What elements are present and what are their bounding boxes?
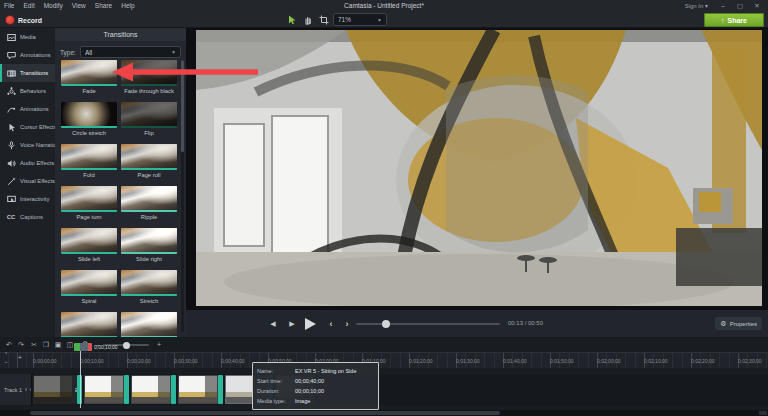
transition-thumbnail[interactable] [121, 270, 177, 296]
track-header[interactable]: Track 1 [0, 374, 32, 405]
transition-slide-left[interactable]: Slide left [61, 228, 117, 262]
transition-fade[interactable]: Fade [61, 60, 117, 94]
sidebar-item-annotations[interactable]: Annotations [0, 46, 55, 64]
previous-frame-button[interactable]: ◀ [266, 317, 280, 330]
sidebar-item-cursor-effects[interactable]: Cursor Effects [0, 118, 55, 136]
transition-joint[interactable] [218, 375, 223, 404]
transition-joint[interactable] [124, 375, 129, 404]
sidebar-item-voice-narration[interactable]: Voice Narration [0, 136, 55, 154]
timeline-ruler[interactable]: 0;00;00;00 0;00;10;00 0;00;20;00 0;00;30… [0, 352, 768, 368]
next-frame-button[interactable]: ▶ [285, 317, 299, 330]
transition-thumbnail[interactable] [121, 312, 177, 337]
transition-thumbnail[interactable] [61, 228, 117, 254]
canvas-zoom-dropdown[interactable]: 71% ▼ [333, 13, 387, 26]
timeline-clip-1[interactable]: EX VR 5 [33, 375, 77, 404]
magic-wand-icon [6, 176, 16, 186]
top-toolbar: Record 71% ▼ ↑ Share [0, 11, 768, 28]
ruler-tick: 0;01;40;00 [503, 358, 527, 364]
menu-file[interactable]: File [4, 2, 14, 9]
transition-thumb-partial[interactable] [61, 312, 117, 337]
cut-button[interactable]: ✂ [28, 338, 40, 351]
crop-tool[interactable] [317, 13, 330, 26]
timeline-horizontal-scrollbar[interactable] [0, 410, 768, 416]
transition-thumbnail[interactable] [61, 60, 117, 86]
close-button[interactable]: ✕ [750, 0, 764, 11]
transition-thumb-partial[interactable] [121, 312, 177, 337]
tooltip-name-value: EX VR 5 - Sitting on Side [295, 366, 374, 376]
add-track-button[interactable]: + [18, 354, 22, 361]
transition-thumbnail[interactable] [61, 144, 117, 170]
transition-thumbnail[interactable] [61, 186, 117, 212]
timeline-clip-3[interactable]: EX VR 5 [131, 375, 171, 404]
scroll-down-icon[interactable]: ⌄ [4, 358, 8, 364]
selection-out-handle[interactable] [88, 343, 92, 351]
paste-button[interactable]: ▣ [52, 338, 64, 351]
transition-flip[interactable]: Flip [121, 102, 177, 136]
playhead-grip[interactable] [80, 343, 88, 351]
seek-slider[interactable] [356, 323, 500, 325]
transition-spiral[interactable]: Spiral [61, 270, 117, 304]
transition-thumbnail[interactable] [121, 186, 177, 212]
playhead-head[interactable] [74, 343, 92, 351]
menu-share[interactable]: Share [95, 2, 112, 9]
seek-handle[interactable] [382, 320, 390, 328]
transition-slide-right[interactable]: Slide right [121, 228, 177, 262]
track-lock-icon[interactable] [25, 388, 26, 391]
playhead[interactable] [80, 344, 81, 408]
menu-help[interactable]: Help [121, 2, 134, 9]
timeline-clip-4[interactable]: EX VR 5 [178, 375, 218, 404]
transition-fold[interactable]: Fold [61, 144, 117, 178]
transition-page-roll[interactable]: Page roll [121, 144, 177, 178]
track-visibility-icon[interactable] [30, 388, 31, 391]
properties-button[interactable]: ⚙ Properties [715, 317, 762, 330]
record-button[interactable]: Record [6, 14, 42, 26]
canvas-preview[interactable] [196, 30, 762, 306]
pan-tool[interactable] [301, 13, 314, 26]
jump-back-button[interactable]: ‹ [324, 317, 338, 330]
transition-thumbnail[interactable] [121, 228, 177, 254]
sidebar-item-visual-effects[interactable]: Visual Effects [0, 172, 55, 190]
annotations-icon [6, 50, 16, 60]
panel-scrollbar[interactable] [181, 60, 184, 332]
timeline-zoom-handle[interactable] [123, 342, 130, 349]
transition-thumbnail[interactable] [61, 270, 117, 296]
sidebar-item-transitions[interactable]: Transitions [0, 64, 55, 82]
edit-cursor-tool[interactable] [285, 13, 298, 26]
sidebar-item-captions[interactable]: CC Captions [0, 208, 55, 226]
timeline-zoom-in-button[interactable]: + [153, 338, 165, 351]
timeline-clip-2[interactable]: EX VR 5 [84, 375, 124, 404]
sidebar-item-audio-effects[interactable]: Audio Effects [0, 154, 55, 172]
jump-forward-button[interactable]: › [340, 317, 354, 330]
menu-modify[interactable]: Modify [44, 2, 63, 9]
menu-view[interactable]: View [72, 2, 86, 9]
transition-ripple[interactable]: Ripple [121, 186, 177, 220]
minimize-button[interactable]: – [716, 0, 730, 11]
redo-button[interactable]: ↷ [15, 338, 27, 351]
sidebar-item-behaviors[interactable]: Behaviors [0, 82, 55, 100]
transition-circle-stretch[interactable]: Circle stretch [61, 102, 117, 136]
crop-icon [319, 15, 329, 25]
sidebar-item-animations[interactable]: Animations [0, 100, 55, 118]
share-button[interactable]: ↑ Share [704, 13, 764, 27]
transition-thumbnail[interactable] [121, 144, 177, 170]
type-filter-dropdown[interactable]: All ▼ [80, 46, 181, 58]
transition-thumbnail[interactable] [61, 102, 117, 128]
undo-button[interactable]: ↶ [3, 338, 15, 351]
transition-fade-through-black[interactable]: Fade through black [121, 60, 177, 94]
copy-button[interactable]: ❐ [40, 338, 52, 351]
transition-thumbnail[interactable] [121, 102, 177, 128]
timeline: ↶ ↷ ✂ ❐ ▣ ◫ – + 0;00;00;00 0;00;10;00 0;… [0, 337, 768, 416]
sidebar-item-interactivity[interactable]: Interactivity [0, 190, 55, 208]
maximize-button[interactable]: ▢ [733, 0, 747, 11]
transition-joint[interactable] [171, 375, 176, 404]
play-button[interactable] [302, 315, 319, 332]
transition-thumbnail[interactable] [61, 312, 117, 337]
transition-stretch[interactable]: Stretch [121, 270, 177, 304]
menu-edit[interactable]: Edit [23, 2, 34, 9]
scroll-up-icon[interactable]: ⌃ [4, 351, 8, 357]
scrollbar-thumb[interactable] [30, 411, 500, 415]
sign-in-link[interactable]: Sign In ▾ [685, 2, 708, 9]
transition-thumbnail[interactable] [121, 60, 177, 86]
transition-page-turn[interactable]: Page turn [61, 186, 117, 220]
sidebar-item-media[interactable]: Media [0, 28, 55, 46]
